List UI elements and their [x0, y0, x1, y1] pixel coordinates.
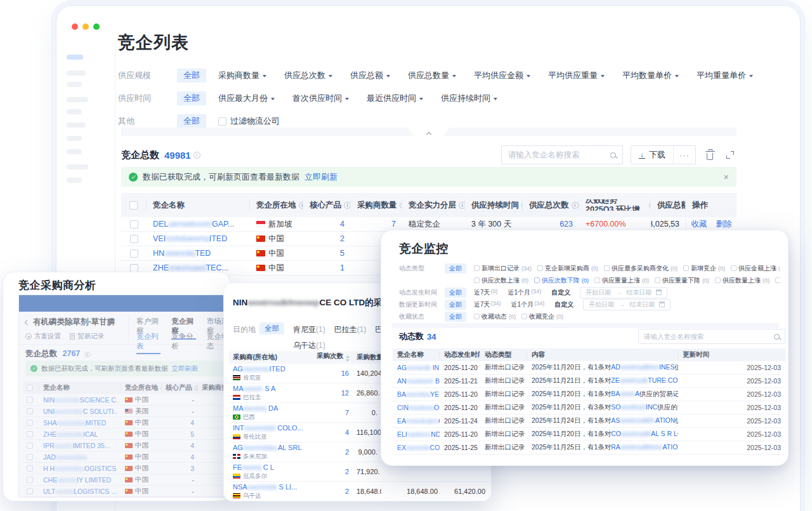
destination-option[interactable]: 肯尼亚(1)	[293, 324, 325, 335]
monitor-filter-option[interactable]: 新增出口记录(34)	[474, 264, 532, 273]
company-link[interactable]: ANsnwdoerk BIO...	[397, 377, 440, 385]
sidebar-item[interactable]	[67, 178, 82, 183]
back-chevron-icon[interactable]	[25, 319, 30, 324]
monitor-filter-option[interactable]: 供应次数下降(0)	[534, 276, 589, 285]
sidebar-item[interactable]	[67, 149, 82, 154]
filter-chip-all[interactable]: 全部	[445, 300, 466, 310]
company-link[interactable]: IPReworinIMITED 35...	[43, 442, 110, 449]
company-link[interactable]: HNoewnrdiqTED	[153, 249, 211, 258]
filter-dropdown[interactable]: 平均数量单价	[622, 70, 679, 81]
select-all-checkbox[interactable]	[27, 385, 33, 391]
refresh-now-link[interactable]: 立即刷新	[172, 364, 199, 373]
download-button[interactable]: 下载	[631, 146, 673, 164]
sidebar-item[interactable]	[67, 164, 88, 169]
company-link[interactable]: NINeworindsSCIENCE C...	[43, 396, 117, 404]
filter-dropdown[interactable]: 平均供应重量	[548, 70, 605, 81]
row-checkbox[interactable]	[130, 235, 138, 243]
sidebar-item[interactable]	[67, 123, 86, 128]
filter-dropdown[interactable]: 平均供应金额	[474, 70, 530, 81]
filter-chip-all[interactable]: 全部	[259, 322, 284, 335]
sidebar-item[interactable]	[67, 82, 82, 87]
monitor-filter-option[interactable]: 供应金额上涨(0)	[731, 264, 780, 273]
filter-dropdown[interactable]: 供应总数量	[408, 70, 456, 81]
row-checkbox[interactable]	[27, 408, 33, 415]
company-link[interactable]: H HeworindswOGISTICS C...	[43, 465, 117, 472]
row-checkbox[interactable]	[130, 264, 138, 272]
row-checkbox[interactable]	[27, 431, 33, 437]
row-checkbox[interactable]	[27, 442, 33, 449]
select-all-checkbox[interactable]	[129, 201, 138, 209]
company-link[interactable]: JADeworindskq	[43, 453, 88, 461]
close-banner-icon[interactable]	[723, 172, 729, 182]
buyer-link[interactable]: INTeworindskf COLO...	[233, 424, 309, 433]
row-checkbox[interactable]	[27, 454, 33, 460]
competitor-search-input[interactable]	[508, 150, 610, 159]
fullscreen-button[interactable]	[724, 149, 737, 161]
monitor-filter-option[interactable]: 供应最多采购商变化(0)	[604, 264, 678, 273]
sort-icon[interactable]	[346, 354, 350, 364]
destination-option[interactable]: 乌干达(1)	[293, 340, 325, 351]
delete-link[interactable]: 删除	[716, 219, 732, 230]
company-link[interactable]: SHAeworindsqMITED	[43, 419, 106, 427]
row-checkbox[interactable]	[27, 477, 33, 483]
filter-chip-all[interactable]: 全部	[445, 288, 466, 298]
maximize-window-button[interactable]	[93, 23, 100, 30]
buyer-link[interactable]: AGeworindsITED	[233, 365, 309, 374]
search-icon[interactable]	[774, 334, 780, 340]
filter-chip-all[interactable]: 全部	[445, 263, 466, 274]
custom-range-label[interactable]: 自定义	[554, 300, 573, 309]
monitor-search-input[interactable]	[644, 333, 774, 340]
quick-range-option[interactable]: 近1个月(34)	[508, 288, 542, 297]
filter-checkbox[interactable]: 过滤物流公司	[218, 116, 280, 127]
filter-chip-all[interactable]: 全部	[177, 114, 206, 128]
filter-chip-all[interactable]: 全部	[445, 312, 466, 322]
filter-chip-all[interactable]: 全部	[177, 91, 206, 105]
company-link[interactable]: ZHEeworindwICAL	[43, 430, 98, 438]
row-checkbox[interactable]	[27, 420, 33, 426]
row-checkbox[interactable]	[130, 220, 138, 229]
filter-chip-all[interactable]: 全部	[177, 69, 206, 83]
row-checkbox[interactable]	[27, 488, 33, 494]
filter-dropdown[interactable]: 最近供应时间	[367, 93, 423, 104]
company-link[interactable]: CINsnwdoeqOGIS...	[397, 404, 440, 411]
filter-dropdown[interactable]: 供应总额	[350, 70, 390, 81]
refresh-now-link[interactable]: 立即刷新	[304, 171, 337, 183]
row-checkbox[interactable]	[130, 249, 138, 258]
filter-dropdown[interactable]: 供应总次数	[284, 70, 332, 81]
company-link[interactable]: ELInwdoerzNDU...	[397, 430, 440, 438]
buyer-link[interactable]: AGeworindskq AL SRL	[233, 444, 309, 453]
date-range-input[interactable]: 开始日期→结束日期	[583, 299, 671, 310]
monitor-filter-option[interactable]: 收藏竞企(0)	[521, 312, 563, 321]
quick-range-option[interactable]: 近1个月(34)	[511, 300, 545, 309]
date-range-input[interactable]: 开始日期→结束日期	[580, 287, 667, 298]
sidebar-item[interactable]	[67, 109, 82, 114]
buyer-link[interactable]: NSAeworindsk S LI...	[233, 483, 309, 492]
sidebar-item[interactable]	[67, 136, 82, 141]
monitor-filter-option[interactable]: 竞企新增采购商(0)	[537, 264, 598, 273]
subtab-active[interactable]: 竞企列表	[136, 332, 160, 354]
company-link[interactable]: VEIrsnhdoewmqITED	[153, 234, 227, 243]
monitor-filter-option[interactable]: 供应重量上涨(0)	[594, 276, 649, 285]
filter-dropdown[interactable]: 供应持续时间	[441, 93, 497, 104]
monitor-filter-option[interactable]: 收藏动态(0)	[474, 312, 516, 321]
row-checkbox[interactable]	[27, 465, 33, 472]
scheme-settings-button[interactable]: 方案设置	[25, 332, 61, 341]
sidebar-item[interactable]	[67, 97, 88, 102]
company-link[interactable]: BAewnrdoqYER ...	[397, 390, 440, 398]
buyer-link[interactable]: MAeworin S A	[233, 385, 309, 394]
monitor-filter-option[interactable]: 供应数量下降(0)	[775, 276, 780, 285]
monitor-filter-option[interactable]: 新增竞企(0)	[683, 264, 725, 273]
collapse-filters-button[interactable]	[408, 128, 450, 136]
sidebar-item[interactable]	[67, 70, 86, 76]
minimize-window-button[interactable]	[82, 23, 89, 30]
filter-dropdown[interactable]: 供应最大月份	[218, 93, 275, 104]
monitor-filter-option[interactable]: 供应数量上涨(0)	[715, 276, 769, 285]
buyer-link[interactable]: MAeworinq DA	[233, 404, 309, 413]
company-link[interactable]: UNIeworindskC SOLUTI...	[43, 408, 117, 415]
filter-dropdown[interactable]: 平均重量单价	[697, 70, 753, 81]
custom-range-label[interactable]: 自定义	[551, 288, 570, 297]
company-link[interactable]: AGeonwrdk INT...	[397, 364, 440, 371]
monitor-filter-option[interactable]: 供应次数上涨(0)	[474, 276, 528, 285]
favorite-link[interactable]: 收藏	[691, 219, 707, 230]
delete-button[interactable]	[704, 149, 716, 161]
